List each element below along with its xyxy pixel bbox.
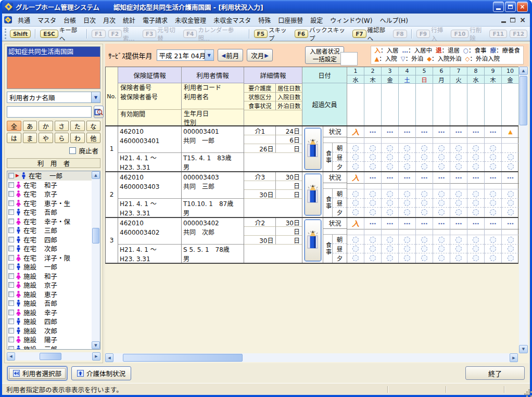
menu-item[interactable]: 共通 bbox=[14, 14, 34, 26]
mdi-minimize-icon[interactable] bbox=[501, 21, 506, 23]
menu-item[interactable]: 未収金マスタ bbox=[210, 14, 255, 26]
user-list-item[interactable]: ▶在宅一郎 bbox=[7, 171, 92, 181]
user-list-item[interactable]: 施設吾郎 bbox=[7, 299, 92, 308]
user-list-item[interactable]: 在宅京子 bbox=[7, 189, 92, 199]
user-list-item[interactable]: 在宅和子 bbox=[7, 181, 92, 190]
kana-button[interactable]: あ bbox=[23, 121, 37, 131]
scroll-left-icon[interactable]: ◀ bbox=[7, 352, 15, 361]
kana-button[interactable]: や bbox=[39, 133, 53, 143]
user-list-item[interactable]: 在宅幸子・保 bbox=[7, 217, 92, 226]
menu-item[interactable]: 月次 bbox=[99, 14, 119, 26]
day-cell[interactable]: … bbox=[399, 218, 416, 263]
user-list-item[interactable]: 在宅恵子・生 bbox=[7, 199, 92, 208]
scroll-right-icon[interactable]: ▶ bbox=[92, 352, 100, 361]
toolbar-key-f7[interactable]: F7確認部へ bbox=[352, 25, 390, 42]
user-list-item[interactable]: 在宅吾郎 bbox=[7, 208, 92, 217]
minimize-button[interactable] bbox=[493, 2, 504, 12]
user-checkbox[interactable] bbox=[8, 237, 14, 242]
scrollbar-thumb[interactable] bbox=[92, 228, 99, 244]
menu-item[interactable]: 未収金管理 bbox=[171, 14, 210, 26]
user-list-item[interactable]: 施設一郎 bbox=[7, 262, 92, 272]
day-cell[interactable]: … bbox=[485, 126, 502, 171]
retired-checkbox[interactable] bbox=[69, 147, 76, 154]
user-checkbox[interactable] bbox=[8, 328, 14, 334]
user-list-item[interactable]: 施設次郎 bbox=[7, 326, 92, 336]
day-cell[interactable]: … bbox=[485, 218, 502, 263]
day-cell[interactable]: … bbox=[399, 126, 416, 171]
day-cell[interactable]: … bbox=[467, 218, 485, 263]
user-list-item[interactable]: 施設和子 bbox=[7, 272, 92, 281]
menu-item[interactable]: 日次 bbox=[80, 14, 99, 26]
user-checkbox[interactable] bbox=[8, 346, 14, 349]
kana-button[interactable]: は bbox=[7, 133, 21, 143]
menu-item[interactable]: 台帳 bbox=[60, 14, 80, 26]
user-checkbox[interactable] bbox=[8, 182, 14, 188]
prev-month-button[interactable]: ◀ 前月 bbox=[218, 49, 244, 61]
day-cell[interactable]: ▲ bbox=[502, 126, 519, 171]
user-checkbox[interactable] bbox=[8, 191, 14, 197]
scroll-left-icon[interactable]: ◀ bbox=[105, 353, 113, 362]
user-list-item[interactable]: 在宅四郎 bbox=[7, 235, 92, 245]
user-list-item[interactable]: 施設京子 bbox=[7, 280, 92, 290]
user-list-item[interactable]: 施設三郎 bbox=[7, 344, 92, 350]
edit-pencil-button[interactable] bbox=[305, 174, 321, 215]
close-button[interactable]: × bbox=[517, 2, 528, 12]
user-list-item[interactable]: 施設陽子 bbox=[7, 335, 92, 344]
user-checkbox[interactable] bbox=[8, 300, 14, 306]
menu-item[interactable]: 電子請求 bbox=[139, 14, 171, 26]
mdi-restore-icon[interactable] bbox=[510, 18, 515, 22]
next-month-button[interactable]: 次月 ▶ bbox=[247, 49, 273, 61]
day-cell[interactable]: … bbox=[416, 218, 433, 263]
day-cell[interactable]: … bbox=[433, 172, 450, 217]
scroll-down-icon[interactable]: ▼ bbox=[92, 341, 100, 349]
user-checkbox[interactable] bbox=[8, 337, 14, 342]
day-cell[interactable]: 入 bbox=[347, 126, 364, 171]
user-checkbox[interactable] bbox=[8, 282, 14, 288]
edit-pencil-button[interactable] bbox=[305, 220, 321, 261]
user-list-item[interactable]: 施設四郎 bbox=[7, 317, 92, 326]
day-cell[interactable]: … bbox=[364, 126, 382, 171]
exit-button[interactable]: 終了 bbox=[465, 366, 525, 380]
user-list-horizontal-scrollbar[interactable]: ◀ ▶ bbox=[7, 352, 100, 361]
care-system-status-button[interactable]: 介護体制状況 bbox=[71, 366, 131, 380]
toolbar-key-f6[interactable]: F6バックスキップ bbox=[295, 25, 350, 42]
user-checkbox[interactable] bbox=[8, 227, 14, 233]
menu-item[interactable]: 特殊 bbox=[255, 14, 274, 26]
toolbar-key-f5[interactable]: F5スキップ bbox=[254, 25, 292, 42]
day-cell[interactable]: … bbox=[399, 172, 416, 217]
scrollbar-thumb[interactable] bbox=[520, 76, 527, 125]
grid-horizontal-scrollbar[interactable]: ◀ ▶ bbox=[105, 353, 518, 362]
user-search-input[interactable] bbox=[7, 106, 92, 118]
user-list-item[interactable]: 在宅三郎 bbox=[7, 226, 92, 235]
user-checkbox[interactable] bbox=[8, 219, 14, 224]
day-cell[interactable]: … bbox=[364, 172, 382, 217]
kana-button[interactable]: か bbox=[39, 121, 53, 131]
service-month-dropdown[interactable]: 平成 21年 04月 ▼ bbox=[157, 49, 214, 61]
user-checkbox[interactable] bbox=[8, 200, 14, 206]
day-cell[interactable]: … bbox=[433, 126, 450, 171]
day-cell[interactable]: … bbox=[502, 172, 519, 217]
day-cell[interactable]: … bbox=[382, 126, 399, 171]
day-cell[interactable]: … bbox=[382, 218, 399, 263]
user-checkbox[interactable] bbox=[8, 246, 14, 251]
user-list-vertical-scrollbar[interactable]: ▲ ▼ bbox=[92, 171, 100, 349]
menu-item[interactable]: マスタ bbox=[34, 14, 60, 26]
chevron-down-icon[interactable]: ▼ bbox=[91, 92, 100, 103]
kana-button[interactable]: ま bbox=[23, 133, 37, 143]
kana-button[interactable]: な bbox=[86, 121, 101, 131]
scroll-right-icon[interactable]: ▶ bbox=[510, 353, 518, 362]
menu-item[interactable]: ウィンドウ(W) bbox=[326, 14, 376, 26]
user-list-item[interactable]: 施設幸子 bbox=[7, 308, 92, 317]
scroll-down-icon[interactable]: ▼ bbox=[519, 345, 528, 353]
menu-item[interactable]: 口座振替 bbox=[274, 14, 307, 26]
user-checkbox[interactable] bbox=[8, 209, 14, 215]
kana-button[interactable]: た bbox=[70, 121, 85, 131]
resize-grip[interactable] bbox=[526, 391, 528, 393]
menu-item[interactable]: ヘルプ(H) bbox=[376, 14, 411, 26]
kana-button[interactable]: わ bbox=[70, 133, 85, 143]
day-cell[interactable]: … bbox=[502, 218, 519, 263]
facility-listbox[interactable]: 認知症共同生活南国園 bbox=[7, 46, 100, 89]
facility-selected-item[interactable]: 認知症共同生活南国園 bbox=[7, 47, 100, 57]
kana-button[interactable]: ら bbox=[55, 133, 69, 143]
user-list-item[interactable]: 施設恵子 bbox=[7, 290, 92, 299]
